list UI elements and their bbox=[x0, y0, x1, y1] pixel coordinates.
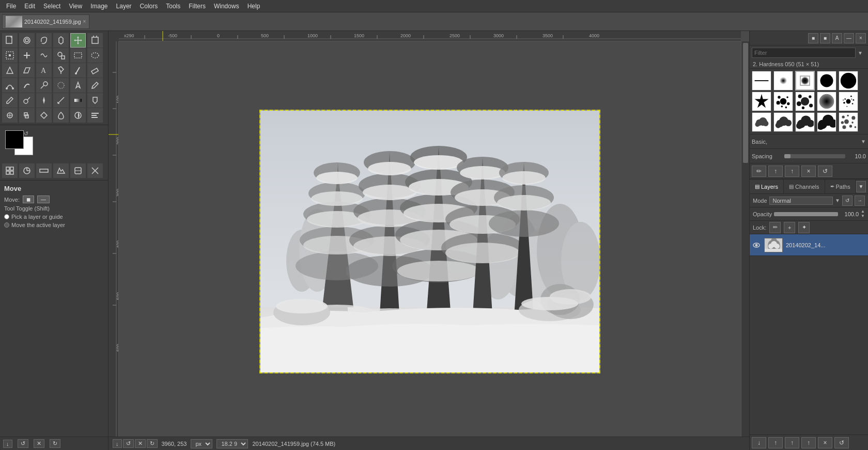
tool-move[interactable] bbox=[70, 33, 86, 48]
tool-smudge[interactable] bbox=[19, 78, 35, 93]
tool-paintbrush[interactable] bbox=[70, 63, 86, 78]
menu-colors[interactable]: Colors bbox=[136, 2, 162, 11]
lock-btn-alpha[interactable]: ✦ bbox=[798, 222, 810, 233]
layers-opacity-bar[interactable] bbox=[774, 212, 838, 216]
tab-channels[interactable]: ▤ Channels bbox=[784, 179, 825, 193]
tool-scale[interactable] bbox=[2, 63, 18, 78]
brush-type-arrow[interactable]: ▼ bbox=[861, 139, 866, 144]
spacing-bar[interactable] bbox=[784, 154, 845, 158]
tab-paths[interactable]: ✒ Paths bbox=[825, 179, 856, 193]
tool-eraser[interactable] bbox=[87, 63, 103, 78]
canvas-scrollbar-v-thumb[interactable] bbox=[743, 43, 748, 163]
tool-crop[interactable] bbox=[87, 33, 103, 48]
status-unit-select[interactable]: px bbox=[191, 439, 212, 448]
status-refresh-btn[interactable]: ↻ bbox=[147, 439, 158, 448]
tool-align[interactable] bbox=[87, 108, 103, 123]
menu-edit[interactable]: Edit bbox=[20, 2, 39, 11]
layer-action-2[interactable]: ↑ bbox=[768, 437, 783, 448]
tool-bucket[interactable] bbox=[53, 63, 69, 78]
brush-action-new[interactable]: ↑ bbox=[785, 166, 799, 177]
tool-transform[interactable] bbox=[2, 48, 18, 63]
menu-filters[interactable]: Filters bbox=[184, 2, 210, 11]
brush-item-spray[interactable] bbox=[839, 92, 858, 111]
tool-extra-1[interactable] bbox=[2, 163, 18, 178]
menu-windows[interactable]: Windows bbox=[210, 2, 243, 11]
move-toggle-btn2[interactable]: — bbox=[37, 196, 50, 203]
layers-opacity-stepper[interactable]: ▲ ▼ bbox=[861, 209, 865, 219]
layer-action-delete[interactable]: × bbox=[818, 437, 832, 448]
panel-icon-square2[interactable]: ■ bbox=[820, 33, 830, 43]
status-save-btn[interactable]: ↓ bbox=[113, 439, 122, 448]
brush-filter-dropdown[interactable]: ▼ bbox=[858, 50, 866, 56]
lock-btn-paint[interactable]: ✏ bbox=[769, 222, 781, 233]
menu-image[interactable]: Image bbox=[86, 2, 112, 11]
menu-file[interactable]: File bbox=[2, 2, 20, 11]
tab-close-button[interactable]: × bbox=[83, 19, 86, 24]
brush-filter-input[interactable] bbox=[752, 48, 856, 58]
panel-icon-text[interactable]: A bbox=[832, 33, 842, 43]
status-zoom-select[interactable]: 18.2 9 bbox=[216, 439, 248, 448]
tool-clone2[interactable] bbox=[19, 108, 35, 123]
brush-action-refresh[interactable]: ↺ bbox=[818, 166, 832, 177]
layers-panel-menu-btn[interactable]: ▼ bbox=[856, 181, 866, 192]
tool-heal2[interactable] bbox=[2, 108, 18, 123]
brush-item-very-large[interactable] bbox=[839, 71, 858, 91]
tool-extra-4[interactable] bbox=[53, 163, 69, 178]
layer-row-0[interactable]: 20140202_14... bbox=[750, 234, 868, 256]
brush-item-cloud4[interactable] bbox=[817, 112, 836, 132]
panel-icon-close[interactable]: × bbox=[856, 33, 866, 43]
image-tab[interactable]: 20140202_141959.jpg × bbox=[2, 14, 89, 29]
tool-desaturate[interactable] bbox=[70, 108, 86, 123]
tool-ink[interactable] bbox=[36, 93, 52, 108]
layer-action-3[interactable]: ↑ bbox=[785, 437, 799, 448]
brush-item-splat2[interactable] bbox=[795, 92, 815, 111]
menu-layer[interactable]: Layer bbox=[112, 2, 136, 11]
tool-lasso[interactable] bbox=[36, 33, 52, 48]
layers-mode-reset[interactable]: ↺ bbox=[842, 196, 853, 206]
tool-new-file[interactable] bbox=[2, 33, 18, 48]
tool-dodge[interactable] bbox=[36, 78, 52, 93]
tool-extra-3[interactable] bbox=[36, 163, 52, 178]
layers-mode-apply[interactable]: → bbox=[855, 196, 865, 206]
status-undo-btn[interactable]: ↺ bbox=[123, 439, 134, 448]
brush-action-up[interactable]: ↑ bbox=[768, 166, 783, 177]
tool-fill[interactable] bbox=[87, 93, 103, 108]
brush-item-cloud2[interactable] bbox=[773, 112, 793, 132]
panel-icon-dash[interactable]: — bbox=[844, 33, 854, 43]
status-delete-btn[interactable]: ✕ bbox=[135, 439, 146, 448]
opacity-down-arrow[interactable]: ▼ bbox=[861, 214, 865, 219]
tool-colorpicker[interactable] bbox=[87, 78, 103, 93]
layer-action-refresh[interactable]: ↺ bbox=[834, 437, 849, 448]
tool-fuzzy-select[interactable] bbox=[53, 33, 69, 48]
menu-view[interactable]: View bbox=[65, 2, 86, 11]
option-radio-2[interactable] bbox=[4, 222, 9, 228]
tool-blur[interactable] bbox=[53, 78, 69, 93]
panel-icon-square[interactable]: ■ bbox=[808, 33, 818, 43]
tool-airbrush[interactable] bbox=[19, 93, 35, 108]
tool-extra-2[interactable] bbox=[19, 163, 35, 178]
brush-item-cloud3[interactable] bbox=[795, 112, 815, 132]
option-radio-1[interactable] bbox=[4, 214, 9, 219]
brush-item-hard-med[interactable] bbox=[795, 71, 815, 91]
tool-clone[interactable] bbox=[53, 48, 69, 63]
undo-btn[interactable]: ↺ bbox=[18, 439, 28, 448]
tool-extra-5[interactable] bbox=[70, 163, 86, 178]
tool-path[interactable] bbox=[2, 78, 18, 93]
layers-mode-arrow[interactable]: ▼ bbox=[835, 198, 840, 203]
tool-convolve[interactable] bbox=[36, 108, 52, 123]
brush-item-soft-sm[interactable] bbox=[773, 71, 793, 91]
brush-item-soft-large[interactable] bbox=[817, 92, 836, 111]
redo-btn[interactable]: ✕ bbox=[34, 439, 44, 448]
menu-tools[interactable]: Tools bbox=[162, 2, 184, 11]
brush-item-scatter[interactable] bbox=[839, 112, 858, 132]
tool-sharpen[interactable] bbox=[70, 78, 86, 93]
menu-select[interactable]: Select bbox=[39, 2, 65, 11]
tool-gradient[interactable] bbox=[70, 93, 86, 108]
tool-warp[interactable] bbox=[36, 48, 52, 63]
brush-item-hard-large[interactable] bbox=[817, 71, 836, 91]
brush-item-cloud1[interactable] bbox=[752, 112, 771, 132]
canvas-scroll[interactable] bbox=[119, 41, 741, 442]
tool-pencil[interactable] bbox=[19, 33, 35, 48]
foreground-color-swatch[interactable] bbox=[5, 130, 24, 149]
brush-action-edit[interactable]: ✏ bbox=[752, 166, 766, 177]
